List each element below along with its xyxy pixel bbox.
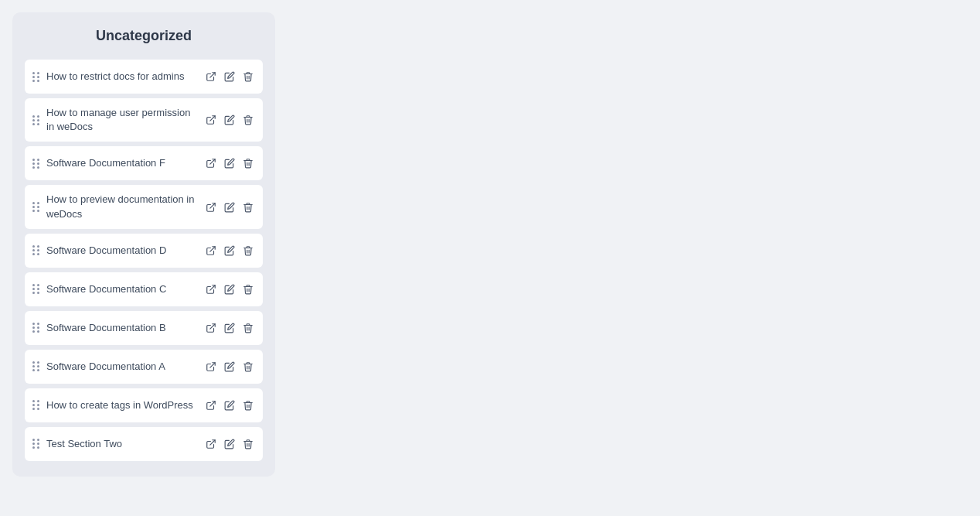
trash-icon — [243, 71, 254, 82]
trash-icon — [243, 439, 254, 449]
external-link-icon — [206, 202, 216, 213]
list-item: Software Documentation A — [25, 350, 263, 384]
edit-button[interactable] — [223, 70, 236, 84]
item-label: How to restrict docs for admins — [46, 70, 198, 84]
item-actions — [204, 437, 255, 451]
external-link-button[interactable] — [204, 113, 218, 127]
svg-line-8 — [210, 402, 215, 406]
delete-button[interactable] — [241, 70, 255, 84]
list-item: Software Documentation D — [25, 234, 263, 268]
external-link-button[interactable] — [204, 398, 218, 412]
item-label: Software Documentation F — [46, 156, 198, 170]
edit-icon — [224, 245, 235, 256]
edit-icon — [224, 323, 235, 333]
delete-button[interactable] — [241, 282, 255, 296]
drag-handle[interactable] — [32, 72, 40, 82]
svg-line-5 — [210, 285, 215, 290]
trash-icon — [243, 158, 254, 169]
item-actions — [204, 360, 255, 374]
external-link-button[interactable] — [204, 244, 218, 258]
edit-button[interactable] — [223, 321, 236, 335]
drag-handle[interactable] — [32, 245, 40, 255]
external-link-button[interactable] — [204, 437, 218, 451]
edit-button[interactable] — [223, 437, 236, 451]
edit-icon — [224, 114, 235, 125]
external-link-button[interactable] — [204, 70, 218, 84]
list-item: How to preview documentation in weDocs — [25, 185, 263, 228]
external-link-icon — [206, 439, 216, 449]
item-actions — [204, 244, 255, 258]
item-actions — [204, 156, 255, 170]
item-actions — [204, 113, 255, 127]
drag-handle[interactable] — [32, 159, 40, 169]
external-link-button[interactable] — [204, 321, 218, 335]
edit-button[interactable] — [223, 244, 236, 258]
edit-icon — [224, 202, 235, 213]
delete-button[interactable] — [241, 360, 255, 374]
trash-icon — [243, 245, 254, 256]
list-item: How to restrict docs for admins — [25, 60, 263, 94]
edit-icon — [224, 361, 235, 372]
trash-icon — [243, 202, 254, 213]
edit-icon — [224, 439, 235, 449]
edit-button[interactable] — [223, 113, 236, 127]
edit-button[interactable] — [223, 156, 236, 170]
trash-icon — [243, 361, 254, 372]
edit-button[interactable] — [223, 200, 236, 214]
delete-button[interactable] — [241, 244, 255, 258]
drag-handle[interactable] — [32, 323, 40, 333]
delete-button[interactable] — [241, 321, 255, 335]
item-label: Software Documentation C — [46, 282, 198, 296]
edit-button[interactable] — [223, 398, 236, 412]
edit-icon — [224, 158, 235, 169]
external-link-button[interactable] — [204, 200, 218, 214]
item-actions — [204, 282, 255, 296]
delete-button[interactable] — [241, 437, 255, 451]
svg-line-0 — [210, 73, 215, 77]
external-link-button[interactable] — [204, 282, 218, 296]
panel-title: Uncategorized — [25, 28, 263, 44]
drag-handle[interactable] — [32, 400, 40, 410]
list-item: Software Documentation F — [25, 146, 263, 180]
external-link-icon — [206, 245, 216, 256]
item-actions — [204, 70, 255, 84]
items-list: How to restrict docs for admins — [25, 60, 263, 461]
svg-line-6 — [210, 324, 215, 329]
item-label: Software Documentation D — [46, 244, 198, 258]
external-link-button[interactable] — [204, 156, 218, 170]
drag-handle[interactable] — [32, 115, 40, 125]
edit-button[interactable] — [223, 282, 236, 296]
edit-icon — [224, 284, 235, 295]
item-actions — [204, 200, 255, 214]
svg-line-9 — [210, 440, 215, 445]
external-link-icon — [206, 323, 216, 333]
trash-icon — [243, 114, 254, 125]
delete-button[interactable] — [241, 156, 255, 170]
trash-icon — [243, 284, 254, 295]
edit-icon — [224, 71, 235, 82]
svg-line-7 — [210, 363, 215, 367]
item-label: Software Documentation B — [46, 321, 198, 335]
item-label: How to manage user permission in weDocs — [46, 106, 198, 134]
edit-icon — [224, 400, 235, 411]
external-link-icon — [206, 361, 216, 372]
svg-line-3 — [210, 203, 215, 207]
edit-button[interactable] — [223, 360, 236, 374]
list-item: How to manage user permission in weDocs — [25, 98, 263, 142]
trash-icon — [243, 323, 254, 333]
item-label: Software Documentation A — [46, 360, 198, 374]
delete-button[interactable] — [241, 398, 255, 412]
item-actions — [204, 398, 255, 412]
drag-handle[interactable] — [32, 202, 40, 212]
external-link-button[interactable] — [204, 360, 218, 374]
drag-handle[interactable] — [32, 284, 40, 294]
svg-line-1 — [210, 116, 215, 121]
item-label: Test Section Two — [46, 437, 198, 451]
list-item: Software Documentation C — [25, 272, 263, 306]
delete-button[interactable] — [241, 200, 255, 214]
drag-handle[interactable] — [32, 361, 40, 371]
drag-handle[interactable] — [32, 439, 40, 449]
external-link-icon — [206, 400, 216, 411]
delete-button[interactable] — [241, 113, 255, 127]
list-item: How to create tags in WordPress — [25, 388, 263, 422]
